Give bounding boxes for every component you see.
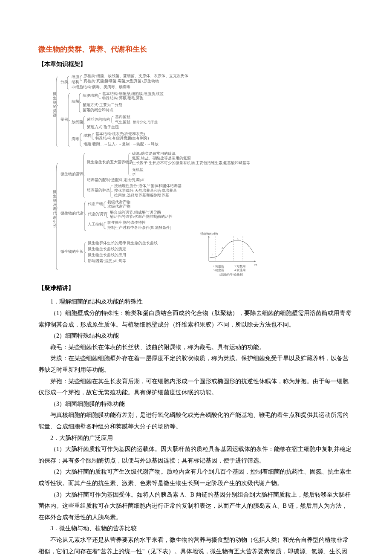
d-c2a2: 次级代谢产物 (107, 204, 130, 208)
d-b1c: 菌落的概念和特点 (83, 108, 113, 112)
d-b2a1: 基内菌丝 (115, 115, 130, 119)
chart-ylabel: 活菌数的对数 (200, 232, 218, 236)
d-b1a: 细胞结构 (83, 93, 98, 98)
para-1: （1）细胞壁成分的特殊性：糖类和蛋白质结合而成的化合物（肽聚糖），要除去细菌的细… (38, 308, 354, 330)
d-c2a: 代谢产物 (87, 202, 103, 206)
d-c2c: 人工控制 (88, 222, 103, 226)
chart-caption: 细菌的生长曲线 (219, 273, 243, 277)
d-c1a2: 氮源:铵盐、硝酸盐等是常用的氮源 (132, 156, 191, 160)
svg-text:3: 3 (237, 237, 239, 241)
chart-leg-3: 4.衰退期 (234, 269, 245, 272)
heading-2: 2．大肠杆菌的广泛应用 (38, 433, 354, 444)
d-b2a2: 气生菌丝 (115, 120, 130, 124)
d-c2b2: 酶活性的调节:代谢产物抑制酶的活性 (110, 214, 173, 219)
branch-example: 举例 (61, 117, 68, 121)
d-c3c: 微生物生长曲线的应用 (88, 253, 126, 257)
d-c1a5: 水 (132, 172, 136, 176)
d-a2: 结构 (72, 80, 79, 84)
branch-classify: 分类 (61, 80, 68, 84)
svg-text:1: 1 (211, 253, 213, 256)
d-c3a: 微生物群体生长的规律 微生物的生长曲线 (88, 241, 158, 245)
d-a2t: 真核类:真菌(酵母菌,霉菌,大型真菌),原生动物 (84, 79, 159, 83)
page-title: 微生物的类群、营养、代谢和生长 (38, 43, 354, 56)
d-c2: 微生物的代谢 (61, 211, 84, 215)
chart-leg-0: 1.调整期 (213, 265, 224, 268)
d-b3a: 结构 (84, 133, 91, 138)
d-c1a: 微生物生长的五大营养物质 (87, 160, 133, 164)
d-c1b: 培养基的配制:选配料,定比例,调pH (86, 178, 145, 182)
heading-1: 1．理解细菌的结构及功能的特殊性 (38, 296, 354, 308)
growth-curve-chart: 1 2 3 4 活菌数的对数 t/h 1.调整期 2.对数期 3.稳定期 4.衰… (200, 232, 257, 277)
d-c1c: 培养基的种类 (86, 188, 110, 192)
d-c3: 微生物的生长 (61, 249, 84, 254)
d-c2b1: 酶合成的调节:组成酶与诱导酶 (110, 210, 161, 214)
d-c1c1: 按物理性质分:液体,半固体和固体培养基 (114, 184, 182, 188)
d-c2a1: 初级代谢产物 (107, 200, 130, 204)
para-11: 不论从元素水平还是从营养要素的水平来看，微生物的营养与摄食型的动物（包括人类）和… (38, 535, 354, 555)
para-9: （2）大肠杆菌的质粒可产生次级代谢产物。质粒内含有几个到几百个基因，控制着细菌的… (38, 466, 354, 489)
d-c3b: 微生物生长曲线的测定 (88, 247, 126, 251)
d-b2b: 繁殖方式:孢子生殖 (87, 125, 119, 129)
d-c2c1: 改变微生物的遗传特性 (107, 220, 146, 225)
d-b1a1: 基本结构:细胞壁,细胞膜,细胞质,核区 (102, 92, 164, 96)
para-6: （3）细菌细胞膜的特殊功能 (38, 399, 354, 410)
para-8: （1）大肠杆菌质粒可作为基因的运载体。因大肠杆菌的质粒具备基因运载体的条件：能够… (38, 444, 354, 466)
d-c1a1: 碳源:糖类是最常用的碳源 (132, 151, 176, 156)
svg-text:4: 4 (248, 245, 250, 249)
d-b3: 病毒 (72, 137, 79, 141)
d-a1: 细胞 (72, 75, 79, 79)
svg-text:2: 2 (222, 246, 223, 249)
chart-leg-1: 2.对数期 (234, 265, 245, 268)
d-c1a4: 无机盐 (132, 168, 144, 172)
para-2: （2）细菌特殊结构及功能 (38, 330, 354, 342)
d-c3d: 影响因素:温度,pH,氧等 (88, 259, 126, 263)
d-b3a1: 基本结构:核衣壳(衣壳和衣壳) (95, 132, 145, 136)
heading-3: 3．微生物与动、植物的营养比较 (38, 523, 354, 535)
d-a3: 非细胞结构:病毒、类病毒、朊病毒 (72, 85, 130, 89)
d-c2b: 代谢的调节 (87, 212, 107, 216)
d-b2a2x: 部分分化 孢子丝 (133, 120, 158, 124)
d-b3a2: 特殊结构:有些具囊膜(生有刺突) (95, 136, 149, 140)
d-b2: 放线菌 (72, 120, 83, 124)
d-b2a: 菌丝体的结构 (87, 117, 110, 121)
para-10: （3）大肠杆菌可作为基因受体。如将人的胰岛素 A、B 两链的基因分别组合到大肠杆… (38, 489, 354, 523)
d-b1b: 繁殖方式:主要为二分裂 (83, 103, 122, 107)
d-b3b: 增殖:吸附…→注入 · →复制 · →装配 · →释放 (83, 142, 159, 146)
d-a1t: 原核类:细菌、放线菌、蓝细菌、支原体、衣原体、立克次氏体 (84, 74, 188, 78)
section-framework: 【本章知识框架】 (38, 59, 354, 70)
para-7: 与真核细胞的细胞膜功能有差别，是进行氧化磷酸化或光合磷酸化的产能基地、鞭毛的着生… (38, 410, 354, 432)
chart-xlabel: t/h (254, 263, 257, 266)
section-difficult: 【疑难精讲】 (38, 283, 354, 294)
d-b1a2: 特殊结构:荚膜,鞭毛,芽孢 (102, 96, 144, 100)
d-c1a3: 生长因子:生长必不可少的微量有机物,主要包括维生素,氨基酸和碱基等 (132, 161, 250, 165)
d-c1c2: 按化学成分:天然培养基和合成培养基 (114, 188, 177, 193)
d-b1: 细菌 (72, 99, 79, 104)
d-c1: 微生物的营养 (61, 172, 84, 176)
knowledge-framework-diagram: 微生物的类群 微生物营养代谢生长 分类 细胞 原核类:细菌、放线菌、蓝细菌、支原… (51, 74, 273, 278)
d-c1c3: 按用途:选择培养基和鉴别培养基 (114, 193, 169, 197)
chart-leg-2: 3.稳定期 (213, 269, 224, 272)
para-3: 鞭毛：某些细菌长在体表的长丝状、波曲的附属物，称为鞭毛。具有运动的功能。 (38, 342, 354, 353)
d-c2c2: 控制生产过程中各种条件(即发酵条件) (107, 225, 171, 230)
para-5: 芽孢：某些细菌在其生长发育后期，可在细胞内形成一个圆形或椭圆形的抗逆性休眠体，称… (38, 376, 354, 399)
para-4: 荚膜：在某些细菌细胞壁外存在着一层厚度不定的胶状物质，称为荚膜。保护细菌免受干旱… (38, 353, 354, 376)
